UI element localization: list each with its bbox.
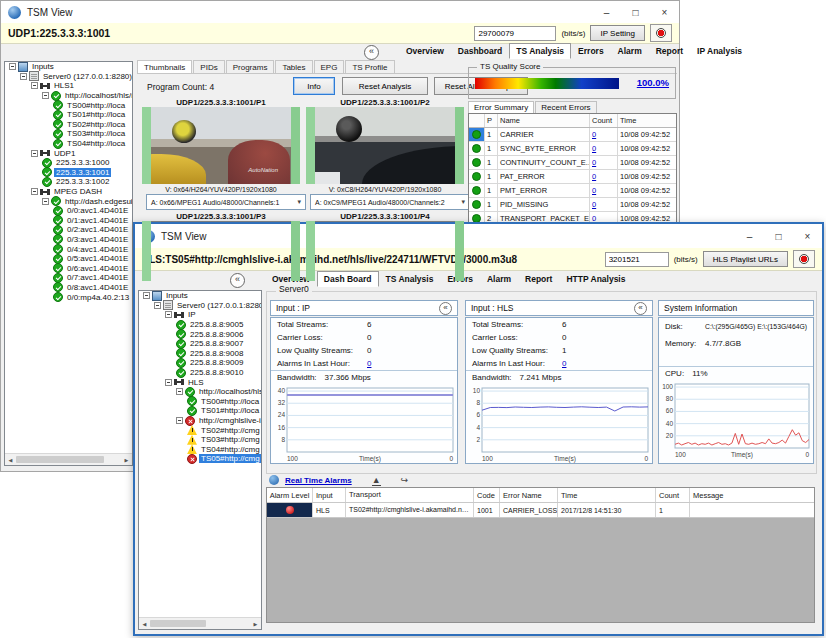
tab-http-analysis[interactable]: HTTP Analysis [559, 271, 632, 287]
tree-item[interactable]: TS00#http://loca [139, 397, 261, 407]
tab-overview[interactable]: Overview [399, 43, 451, 59]
video-thumbnail-p1[interactable]: AutoNation [142, 107, 300, 184]
tab-ts-analysis[interactable]: TS Analysis [379, 271, 441, 287]
tree-item[interactable]: 225.8.8.8:9008 [139, 349, 261, 359]
minimize-button[interactable]: – [735, 224, 764, 248]
tab-report[interactable]: Report [649, 43, 690, 59]
tree-item[interactable]: 225.3.3.3:1002 [5, 177, 132, 187]
tree-expander[interactable] [154, 302, 161, 309]
subtab-epg[interactable]: EPG [314, 60, 345, 74]
tab-dashboard[interactable]: Dashboard [451, 43, 509, 59]
info-button[interactable]: Info [293, 77, 335, 95]
tree-item[interactable]: http://dash.edgesuite [5, 196, 132, 206]
tree-expander[interactable] [176, 417, 183, 424]
tree-item[interactable]: TS02#http://cmg [139, 425, 261, 435]
scroll-right-icon[interactable]: ▶ [250, 621, 261, 627]
error-row[interactable]: 1CARRIER010/08 09:42:52 [469, 128, 676, 142]
close-button[interactable]: × [650, 1, 679, 23]
tab-errors[interactable]: Errors [571, 43, 611, 59]
tree-item[interactable]: 0/0:avc1.4D401E [5, 206, 132, 216]
quality-score-value[interactable]: 100.0% [637, 77, 669, 88]
tree-item[interactable]: TS04#http://cmg [139, 445, 261, 455]
tree-item[interactable]: http://cmghlslive-i.ak [139, 416, 261, 426]
share-icon[interactable]: ↪ [401, 475, 409, 485]
tree-item[interactable]: Inputs [139, 291, 261, 301]
scrollbar-thumb[interactable] [16, 456, 104, 463]
tree-item[interactable]: 0/0:mp4a.40.2:13 [5, 292, 132, 302]
scroll-left-icon[interactable]: ◀ [139, 621, 150, 627]
tree-item[interactable]: MPEG DASH [5, 187, 132, 197]
tree-item[interactable]: 0/5:avc1.4D401E [5, 254, 132, 264]
tree-item[interactable]: TS01#http://loca [139, 406, 261, 416]
tree-item[interactable]: 0/3:avc1.4D401E [5, 235, 132, 245]
video-thumbnail-p2[interactable] [306, 107, 464, 184]
reset-analysis-button[interactable]: Reset Analysis [342, 77, 428, 95]
tree-horizontal-scrollbar[interactable]: ◀ ▶ [139, 617, 261, 629]
tree-item[interactable]: IP [139, 310, 261, 320]
tab-report[interactable]: Report [518, 271, 559, 287]
tree-item[interactable]: TS00#http://loca [5, 100, 132, 110]
tree-item[interactable]: 225.3.3.3:1001 [5, 168, 132, 178]
count-link[interactable]: 0 [592, 158, 596, 167]
error-row[interactable]: 1CONTINUITY_COUNT_E...010/08 09:42:52 [469, 156, 676, 170]
tree-item[interactable]: http://localhost/hls/m [139, 387, 261, 397]
tree-item[interactable]: HLS [139, 377, 261, 387]
record-button[interactable] [793, 250, 815, 268]
tree-expander[interactable] [165, 311, 172, 318]
scrollbar-thumb[interactable] [150, 620, 206, 627]
ip-setting-button[interactable]: IP Setting [590, 25, 645, 41]
tree-item[interactable]: 0/2:avc1.4D401E [5, 225, 132, 235]
scroll-left-icon[interactable]: ◀ [5, 457, 16, 463]
count-link[interactable]: 0 [592, 200, 596, 209]
tree-expander[interactable] [9, 63, 16, 70]
tree-expander[interactable] [165, 379, 172, 386]
error-row[interactable]: 1PID_MISSING010/08 09:42:52 [469, 198, 676, 212]
tree-item[interactable]: 225.8.8.8:9010 [139, 368, 261, 378]
error-row[interactable]: 1PAT_ERROR010/08 09:42:52 [469, 170, 676, 184]
tab-recent-errors[interactable]: Recent Errors [535, 101, 596, 113]
maximize-button[interactable]: □ [621, 1, 650, 23]
tab-dash-board[interactable]: Dash Board [317, 271, 379, 287]
subtab-tables[interactable]: Tables [275, 60, 312, 74]
bitrate-input[interactable] [605, 252, 669, 267]
close-button[interactable]: × [793, 224, 822, 248]
tree-item[interactable]: TS01#http://loca [5, 110, 132, 120]
realtime-alarms-link[interactable]: Real Time Alarms [285, 476, 352, 485]
bitrate-input[interactable] [474, 26, 556, 41]
tree-expander[interactable] [42, 92, 49, 99]
tree-item[interactable]: TS04#http://loca [5, 139, 132, 149]
tab-ts-analysis[interactable]: TS Analysis [509, 43, 571, 59]
tree-item[interactable]: 0/7:avc1.4D401E [5, 273, 132, 283]
tree-item[interactable]: TS03#http://loca [5, 129, 132, 139]
subtab-ts-profile[interactable]: TS Profile [345, 60, 394, 74]
subtab-pids[interactable]: PIDs [193, 60, 224, 74]
collapse-tree-button[interactable]: « [364, 45, 379, 60]
tree-item[interactable]: 225.8.8.8:9005 [139, 320, 261, 330]
tree-item[interactable]: 0/4:avc1.4D401E [5, 244, 132, 254]
tree-item[interactable]: UDP1 [5, 148, 132, 158]
tree-item[interactable]: 225.8.8.8:9009 [139, 358, 261, 368]
alarm-row[interactable]: HLS TS02#http://cmghlslive-i.akamaihd.ne… [267, 503, 814, 518]
tab-alarm[interactable]: Alarm [611, 43, 649, 59]
maximize-button[interactable]: □ [764, 224, 793, 248]
tree-item[interactable]: TS05#http://cmg [139, 454, 261, 464]
tab-ip-analysis[interactable]: IP Analysis [690, 43, 749, 59]
tree-expander[interactable] [20, 73, 27, 80]
error-row[interactable]: 1SYNC_BYTE_ERROR010/08 09:42:52 [469, 142, 676, 156]
minimize-button[interactable]: – [592, 1, 621, 23]
collapse-tree-button[interactable]: « [230, 273, 245, 288]
tree-item[interactable]: Inputs [5, 62, 132, 72]
hls-playlist-urls-button[interactable]: HLS Playlist URLs [703, 251, 788, 267]
scroll-right-icon[interactable]: ▶ [121, 457, 132, 463]
tree-expander[interactable] [31, 150, 38, 157]
panel-collapse-icon[interactable]: « [439, 302, 452, 315]
tree-expander[interactable] [176, 388, 183, 395]
audio-select-p2[interactable]: A: 0xC9/MPEG1 Audio/48000/Channels:2 ▾ [310, 194, 470, 210]
tree-expander[interactable] [42, 198, 49, 205]
error-row[interactable]: 1PMT_ERROR010/08 09:42:52 [469, 184, 676, 198]
subtab-programs[interactable]: Programs [226, 60, 275, 74]
tree-item[interactable]: Server0 (127.0.0.1:8280) [139, 301, 261, 311]
count-link[interactable]: 0 [592, 186, 596, 195]
tree-expander[interactable] [31, 188, 38, 195]
tree-item[interactable]: TS03#http://cmg [139, 435, 261, 445]
